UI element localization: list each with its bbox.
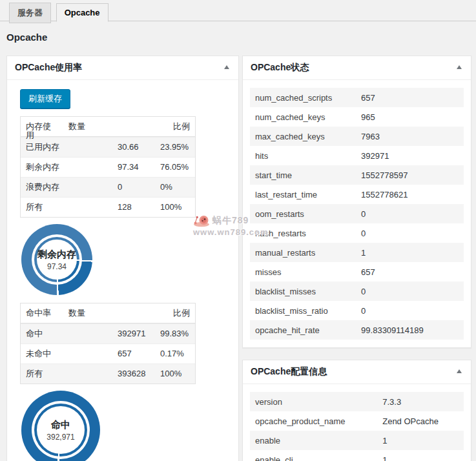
status-panel-title: OPCache状态 (251, 62, 309, 72)
table-row: 命中 392971 99.83% (21, 323, 195, 343)
collapse-arrow-icon[interactable] (224, 65, 229, 69)
status-row: max_cached_keys 7963 (250, 127, 464, 146)
refresh-cache-button[interactable]: 刷新缓存 (20, 89, 70, 108)
opcache-status-panel: OPCache状态 num_cached_scripts 657 num_cac… (242, 56, 471, 348)
opcache-config-panel: OPCache配置信息 version 7.3.3 opcache_produc… (242, 360, 471, 461)
status-row: hash_restarts 0 (250, 223, 464, 243)
status-key: num_cached_keys (250, 112, 361, 122)
collapse-arrow-icon[interactable] (457, 65, 462, 69)
status-value: 1552778597 (361, 170, 408, 180)
status-key: opcache_hit_rate (250, 325, 361, 335)
memory-donut-chart: 剩余内存 97.34 (21, 224, 92, 295)
row-label: 所有 (21, 364, 112, 384)
status-value: 657 (361, 93, 375, 103)
row-label: 所有 (21, 198, 112, 217)
donut-center: 剩余内存 97.34 (21, 224, 92, 295)
row-amount: 97.34 (112, 158, 155, 177)
row-label: 未命中 (21, 344, 112, 364)
status-value: 1 (361, 248, 366, 258)
content-columns: OPCache使用率 刷新缓存 内存使用数量比例 已用内存 30. (0, 56, 476, 461)
row-label: 命中 (21, 324, 112, 343)
row-label: 剩余内存 (21, 158, 112, 177)
hits-donut-chart: 命中 392,971 (21, 391, 100, 461)
table-row: 未命中 657 0.17% (21, 343, 195, 364)
hit-table-body: 命中 392971 99.83% 未命中 657 0.17% (21, 323, 195, 384)
status-row: oom_restarts 0 (250, 204, 464, 223)
right-column: OPCache状态 num_cached_scripts 657 num_cac… (242, 56, 471, 461)
row-ratio: 23.95% (155, 138, 195, 157)
status-row: manual_restarts 1 (250, 243, 464, 262)
row-ratio: 76.05% (155, 158, 195, 177)
row-ratio: 100% (155, 364, 195, 384)
row-amount: 657 (112, 344, 155, 364)
config-value: 1 (382, 436, 387, 446)
status-key: last_restart_time (250, 190, 361, 200)
config-value: 7.3.3 (382, 397, 401, 407)
status-value: 0 (361, 287, 366, 296)
config-key: enable_cli (250, 455, 382, 461)
column-header: 比例 (168, 117, 195, 136)
config-list: version 7.3.3 opcache_product_name Zend … (250, 392, 464, 461)
status-row: opcache_hit_rate 99.83309114189 (250, 320, 464, 340)
status-row: last_restart_time 1552778621 (250, 185, 464, 204)
opcache-usage-panel: OPCache使用率 刷新缓存 内存使用数量比例 已用内存 30. (6, 56, 239, 461)
config-key: version (250, 397, 382, 407)
usage-panel-title: OPCache使用率 (15, 62, 82, 72)
status-key: misses (250, 267, 361, 277)
row-label: 已用内存 (21, 138, 112, 157)
status-row: hits 392971 (250, 146, 464, 165)
status-key: hash_restarts (250, 229, 361, 238)
column-header: 命中率 (21, 303, 63, 323)
status-value: 1552778621 (361, 190, 408, 200)
usage-panel-body: 刷新缓存 内存使用数量比例 已用内存 30.66 23.95% (7, 80, 238, 461)
status-row: blacklist_misses 0 (250, 282, 464, 301)
config-row: enable_cli 1 (250, 450, 464, 461)
collapse-arrow-icon[interactable] (457, 369, 462, 373)
status-value: 99.83309114189 (361, 325, 424, 335)
row-amount: 392971 (112, 324, 155, 343)
status-key: blacklist_miss_ratio (250, 306, 361, 316)
table-row: 剩余内存 97.34 76.05% (21, 157, 195, 177)
row-ratio: 0.17% (155, 344, 195, 364)
tab-opcache[interactable]: Opcache (56, 3, 109, 22)
config-key: opcache_product_name (250, 416, 382, 426)
page-title: Opcache (6, 32, 476, 43)
donut-center: 命中 392,971 (21, 391, 100, 461)
table-row: 所有 393628 100% (21, 364, 195, 384)
status-value: 7963 (361, 132, 380, 141)
status-value: 657 (361, 267, 375, 277)
config-key: enable (250, 436, 382, 446)
column-header: 内存使用 (21, 117, 63, 136)
status-row: start_time 1552778597 (250, 165, 464, 185)
config-value: 1 (382, 455, 387, 461)
usage-panel-header[interactable]: OPCache使用率 (7, 56, 238, 80)
status-list: num_cached_scripts 657 num_cached_keys 9… (250, 88, 464, 340)
table-row: 所有 128 100% (21, 197, 195, 217)
row-ratio: 99.83% (155, 324, 195, 343)
memory-usage-table: 内存使用数量比例 已用内存 30.66 23.95% 剩余内存 (20, 116, 196, 218)
row-amount: 128 (112, 198, 155, 217)
column-header: 数量 (63, 303, 168, 323)
donut-center-label: 剩余内存 (37, 249, 76, 261)
status-key: num_cached_scripts (250, 93, 361, 103)
config-row: opcache_product_name Zend OPcache (250, 411, 464, 431)
table-row: 浪费内存 0 0% (21, 177, 195, 197)
row-amount: 393628 (112, 364, 155, 384)
row-ratio: 100% (155, 198, 195, 217)
tab-server[interactable]: 服务器 (9, 3, 51, 23)
tab-bar: 服务器 Opcache (0, 0, 476, 21)
row-amount: 0 (112, 178, 155, 197)
status-value: 0 (361, 209, 366, 219)
donut-center-label: 命中 (51, 419, 70, 431)
donut-center-value: 392,971 (47, 433, 74, 442)
hit-rate-table: 命中率数量比例 命中 392971 99.83% 未命中 (20, 303, 196, 384)
status-value: 392971 (361, 151, 389, 161)
config-panel-header[interactable]: OPCache配置信息 (243, 360, 471, 384)
status-value: 0 (361, 229, 366, 238)
donut-center-value: 97.34 (47, 262, 67, 271)
config-value: Zend OPcache (382, 416, 439, 426)
table-row: 已用内存 30.66 23.95% (21, 137, 195, 157)
status-panel-header[interactable]: OPCache状态 (243, 56, 471, 80)
left-column: OPCache使用率 刷新缓存 内存使用数量比例 已用内存 30. (6, 56, 239, 461)
status-key: hits (250, 151, 361, 161)
